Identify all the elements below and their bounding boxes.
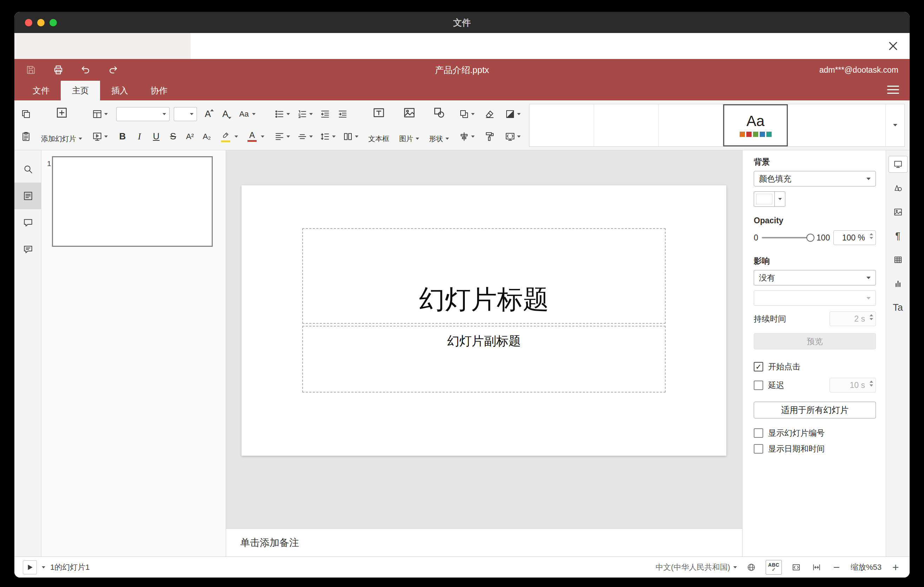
undo-icon[interactable] bbox=[79, 63, 92, 76]
bold-button[interactable]: B bbox=[116, 129, 129, 144]
font-color-button[interactable]: A bbox=[244, 127, 266, 146]
fit-slide-icon[interactable] bbox=[790, 561, 802, 573]
add-slide-button[interactable]: 添加幻灯片 bbox=[40, 104, 84, 147]
comments-icon[interactable] bbox=[15, 209, 41, 236]
apply-to-all-slides-button[interactable]: 适用于所有幻灯片 bbox=[754, 402, 876, 419]
background-fill-select[interactable]: 颜色填充 bbox=[754, 171, 876, 186]
subscript-button[interactable]: A₂ bbox=[200, 129, 213, 144]
subtitle-placeholder[interactable]: 幻灯片副标题 bbox=[302, 326, 666, 392]
font-name-combo[interactable] bbox=[116, 107, 170, 121]
strikethrough-button[interactable]: S bbox=[167, 129, 180, 144]
spinner-arrows-icon[interactable] bbox=[870, 233, 873, 239]
textbox-label: 文本框 bbox=[368, 134, 389, 143]
zoom-out-button[interactable]: − bbox=[831, 562, 842, 573]
minimize-window-button[interactable] bbox=[37, 19, 45, 26]
delay-spinner[interactable]: 10 s bbox=[830, 378, 876, 392]
zoom-window-button[interactable] bbox=[50, 19, 57, 26]
theme-gallery-expand-button[interactable] bbox=[885, 104, 904, 147]
font-size-combo[interactable] bbox=[174, 107, 197, 121]
redo-icon[interactable] bbox=[106, 63, 120, 76]
tab-insert[interactable]: 插入 bbox=[100, 81, 139, 101]
close-icon[interactable] bbox=[885, 38, 901, 54]
delay-checkbox[interactable] bbox=[754, 381, 763, 390]
fill-color-picker[interactable] bbox=[754, 191, 785, 207]
insert-textbox-button[interactable]: 文本框 bbox=[367, 104, 391, 147]
spellcheck-icon[interactable]: ABC ✓ bbox=[766, 560, 782, 575]
preview-button[interactable]: 预览 bbox=[754, 333, 876, 349]
print-icon[interactable] bbox=[51, 63, 65, 76]
clear-style-button[interactable] bbox=[483, 107, 497, 121]
tab-collaboration[interactable]: 协作 bbox=[139, 81, 179, 101]
opacity-slider-knob[interactable] bbox=[807, 234, 815, 242]
close-window-button[interactable] bbox=[25, 19, 32, 26]
theme-option-2[interactable] bbox=[594, 104, 658, 147]
theme-option-1[interactable] bbox=[530, 104, 594, 147]
bullets-button[interactable] bbox=[273, 107, 291, 121]
show-slide-number-checkbox[interactable] bbox=[754, 428, 763, 438]
language-selector[interactable]: 中文(中华人民共和国) bbox=[655, 562, 737, 572]
table-settings-icon[interactable] bbox=[889, 251, 908, 268]
slide-layout-button[interactable] bbox=[91, 107, 109, 121]
effect-select[interactable]: 没有 bbox=[754, 270, 876, 285]
slides-panel-icon[interactable] bbox=[15, 183, 41, 209]
duration-spinner[interactable]: 2 s bbox=[830, 312, 876, 326]
search-icon[interactable] bbox=[15, 156, 41, 183]
spinner-arrows-icon[interactable] bbox=[870, 314, 873, 320]
vertical-align-button[interactable] bbox=[295, 130, 314, 143]
insert-shape-button[interactable]: 形状 bbox=[427, 104, 450, 147]
chevron-down-icon[interactable] bbox=[42, 566, 45, 569]
underline-button[interactable]: U bbox=[150, 129, 163, 144]
highlight-color-button[interactable] bbox=[217, 127, 239, 146]
slide-thumbnail[interactable] bbox=[52, 156, 213, 247]
chart-settings-icon[interactable] bbox=[889, 275, 908, 292]
start-slideshow-button[interactable] bbox=[91, 130, 109, 143]
fit-width-icon[interactable] bbox=[810, 561, 823, 573]
decrease-font-size-button[interactable]: A bbox=[219, 106, 232, 122]
horizontal-align-button[interactable] bbox=[273, 130, 291, 143]
opacity-spinner[interactable]: 100 % bbox=[833, 230, 876, 245]
theme-option-selected[interactable]: Aa bbox=[723, 104, 788, 147]
columns-button[interactable] bbox=[341, 130, 360, 143]
chevron-down-icon bbox=[104, 113, 108, 115]
superscript-button[interactable]: A² bbox=[183, 129, 196, 144]
opacity-slider[interactable] bbox=[762, 237, 813, 238]
tab-home[interactable]: 主页 bbox=[61, 81, 100, 101]
paste-icon[interactable] bbox=[19, 130, 33, 143]
italic-button[interactable]: I bbox=[133, 129, 146, 144]
color-scheme-button[interactable] bbox=[503, 107, 522, 121]
arrange-shapes-button[interactable] bbox=[457, 107, 476, 121]
numbering-button[interactable] bbox=[295, 107, 314, 121]
decrease-indent-button[interactable] bbox=[318, 107, 332, 121]
title-placeholder[interactable]: 幻灯片标题 bbox=[302, 228, 666, 324]
image-settings-icon[interactable] bbox=[889, 204, 908, 221]
chevron-down-icon bbox=[190, 113, 193, 115]
chevron-down-icon bbox=[471, 113, 475, 115]
notes-area[interactable]: 单击添加备注 bbox=[226, 528, 742, 556]
increase-indent-button[interactable] bbox=[336, 107, 349, 121]
show-date-time-checkbox[interactable] bbox=[754, 444, 763, 453]
set-language-icon[interactable] bbox=[745, 561, 757, 573]
copy-style-button[interactable] bbox=[483, 130, 497, 143]
chat-icon[interactable] bbox=[15, 236, 41, 262]
start-slideshow-status-button[interactable] bbox=[23, 560, 37, 574]
tab-file[interactable]: 文件 bbox=[21, 81, 61, 101]
save-icon[interactable] bbox=[24, 63, 38, 76]
copy-icon[interactable] bbox=[19, 107, 33, 121]
effect-type-select[interactable] bbox=[754, 290, 876, 306]
paragraph-settings-icon[interactable]: ¶ bbox=[889, 228, 908, 244]
shape-settings-icon[interactable] bbox=[889, 180, 908, 196]
slide-canvas: 幻灯片标题 幻灯片副标题 bbox=[226, 150, 742, 528]
text-art-settings-icon[interactable]: Ta bbox=[889, 299, 908, 316]
start-on-click-checkbox[interactable]: ✓ bbox=[754, 362, 763, 371]
insert-image-button[interactable]: 图片 bbox=[398, 104, 421, 147]
increase-font-size-button[interactable]: A bbox=[201, 106, 214, 122]
slide-settings-icon[interactable] bbox=[889, 156, 908, 173]
line-spacing-button[interactable] bbox=[318, 130, 337, 143]
zoom-in-button[interactable]: + bbox=[890, 562, 901, 573]
spinner-arrows-icon[interactable] bbox=[870, 381, 873, 386]
menu-icon[interactable] bbox=[887, 86, 899, 94]
change-case-button[interactable]: Aa bbox=[236, 105, 257, 123]
theme-option-3[interactable] bbox=[658, 104, 723, 147]
align-shapes-button[interactable] bbox=[457, 130, 476, 143]
slide-size-button[interactable] bbox=[503, 130, 522, 143]
